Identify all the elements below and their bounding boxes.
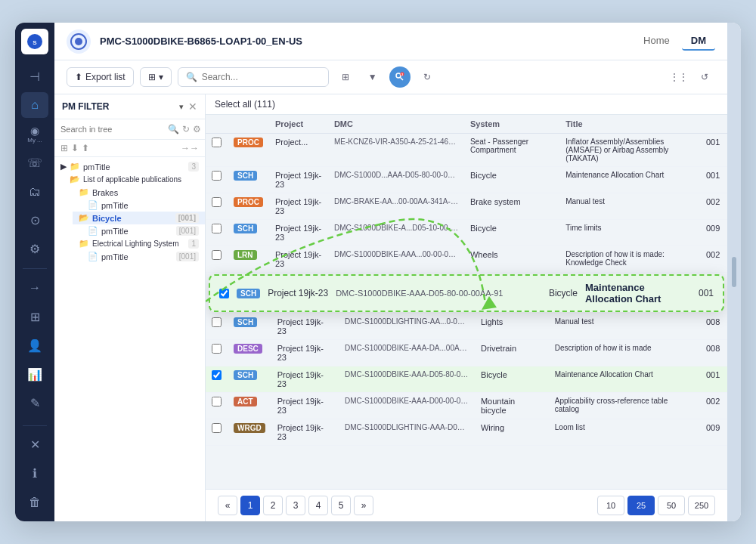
row-checkbox[interactable] <box>206 167 228 193</box>
filter-close-button[interactable]: ✕ <box>188 100 197 113</box>
row-title: Manual test <box>549 314 700 340</box>
page-1-button[interactable]: 1 <box>240 496 260 515</box>
filter-icon[interactable]: ▼ <box>362 66 383 88</box>
tab-home[interactable]: Home <box>634 32 679 51</box>
page-size-50[interactable]: 50 <box>658 496 685 515</box>
row-checkbox[interactable] <box>206 419 228 446</box>
tree-item-pmtitle-bicycle[interactable]: 📄 pmTitle [001] <box>82 224 205 237</box>
search-input[interactable] <box>202 72 321 82</box>
next-page-button[interactable]: » <box>354 496 373 515</box>
row-checkbox[interactable] <box>206 366 228 393</box>
tree-up-icon[interactable]: ⬆ <box>82 143 89 153</box>
chart-nav-icon[interactable]: 📊 <box>21 361 48 387</box>
page-5-button[interactable]: 5 <box>331 496 351 515</box>
prev-page-button[interactable]: « <box>218 496 237 515</box>
folder-nav-icon[interactable]: 🗂 <box>21 179 48 205</box>
settings-nav-icon[interactable]: ⚙ <box>21 236 48 262</box>
row-badge: SCH <box>228 314 271 340</box>
my-nav-icon[interactable]: ◉ My ... <box>21 121 48 147</box>
tree-collapse-icon[interactable]: ⊞ <box>60 143 68 153</box>
right-panel-handle[interactable] <box>732 257 736 287</box>
pin-nav-icon[interactable]: ⊣ <box>21 63 48 89</box>
col-code <box>700 115 727 134</box>
page-4-button[interactable]: 4 <box>308 496 328 515</box>
x-nav-icon[interactable]: ✕ <box>21 432 48 458</box>
page-size-10[interactable]: 10 <box>597 496 624 515</box>
tree-refresh-icon[interactable]: ↻ <box>182 124 190 134</box>
row-checkbox[interactable] <box>206 246 228 273</box>
row-checkbox[interactable] <box>206 340 228 366</box>
tree-item-brakes[interactable]: 📁 Brakes <box>73 186 205 199</box>
page-2-button[interactable]: 2 <box>263 496 283 515</box>
right-panel <box>727 23 741 521</box>
tree-expand-icon[interactable]: ⬇ <box>71 143 79 153</box>
tree-more-icon[interactable]: →→ <box>181 143 199 153</box>
row-checkbox[interactable] <box>206 134 228 167</box>
row-checkbox[interactable] <box>206 393 228 419</box>
tab-dm[interactable]: DM <box>682 32 715 51</box>
col-badge <box>228 115 269 134</box>
row-title: Time limits <box>559 220 700 246</box>
tree-search-icon[interactable]: 🔍 <box>168 124 179 134</box>
popup-title: Maintenance Allocation Chart <box>585 282 691 304</box>
row-system: Wiring <box>475 419 549 446</box>
col-title[interactable]: Title <box>559 115 700 134</box>
col-project[interactable]: Project <box>269 115 328 134</box>
row-checkbox[interactable] <box>206 220 228 246</box>
row-title: Applicability cross-reference table cata… <box>549 393 700 419</box>
action-button[interactable]: ⊞ ▾ <box>140 67 172 87</box>
row-project: Project 19jk-23 <box>271 314 339 340</box>
person-nav-icon[interactable]: 👤 <box>21 332 48 358</box>
tree-settings-icon[interactable]: ⚙ <box>193 124 201 134</box>
nav-divider-1 <box>23 268 47 269</box>
row-system: Seat - Passenger Compartment <box>464 134 559 167</box>
tree-body: ▶ 📁 pmTitle 3 📂 List of applicable publi… <box>54 157 205 521</box>
tree-item-electrical[interactable]: 📁 Electrical Lighting System 1 <box>73 237 205 250</box>
active-filter-icon[interactable]: 3 <box>389 66 411 88</box>
filter-header: PM FILTER ▾ ✕ <box>54 94 205 119</box>
grid-view-icon[interactable]: ⊞ <box>335 66 356 88</box>
search-box: 🔍 <box>178 67 329 87</box>
undo-icon[interactable]: ↺ <box>694 66 715 88</box>
row-dmc: DMC-S1000DBIKE-A...D05-10-00-AA-00 <box>328 220 464 246</box>
row-checkbox[interactable] <box>206 314 228 340</box>
row-code: 002 <box>700 246 727 273</box>
popup-checkbox[interactable] <box>219 289 229 298</box>
trash-nav-icon[interactable]: 🗑 <box>21 490 48 515</box>
tree-item-pmtitle-brakes[interactable]: 📄 pmTitle <box>82 199 205 212</box>
tree-item-bicycle[interactable]: 📂 Bicycle [001] <box>73 212 205 224</box>
page-size-250[interactable]: 250 <box>688 496 715 515</box>
folder-icon-4: 📂 <box>79 213 89 223</box>
table-container: Project DMC System Title PROC <box>206 115 727 489</box>
row-dmc: DMC-S1000DLIGHTING-AAA-D00-00-00-00... <box>339 419 475 446</box>
row-dmc: DMC-S1000D...AAA-D05-80-00-00AA-91 <box>328 167 464 193</box>
col-dmc[interactable]: DMC <box>328 115 464 134</box>
header: PMC-S1000DBIKE-B6865-LOAP1-00_EN-US Home… <box>54 23 727 60</box>
row-title: Inflator Assembly/Assemblies (AMSAFE) or… <box>559 134 700 167</box>
pencil-nav-icon[interactable]: ✎ <box>21 390 48 416</box>
tree-search-icons: 🔍 ↻ ⚙ <box>168 124 201 134</box>
page-icon-7: 📄 <box>88 252 98 261</box>
toolbar-right: ⋮⋮ ↺ <box>668 66 715 88</box>
export-list-button[interactable]: ⬆ Export list <box>67 67 134 87</box>
grid-nav-icon[interactable]: ⊞ <box>21 304 48 329</box>
tree-item-pmtitle-electrical[interactable]: 📄 pmTitle [001] <box>82 250 205 263</box>
tree-item-pmtitle[interactable]: ▶ 📁 pmTitle 3 <box>54 160 205 173</box>
columns-icon[interactable]: ⋮⋮ <box>668 66 689 88</box>
page-3-button[interactable]: 3 <box>286 496 305 515</box>
row-checkbox[interactable] <box>206 193 228 220</box>
info-nav-icon[interactable]: ℹ <box>21 461 48 487</box>
table-row: LRN Project 19jk-23 DMC-S1000DBIKE-AAA..… <box>206 246 727 273</box>
globe-nav-icon[interactable]: ⊙ <box>21 208 48 233</box>
filter-toggle[interactable]: ▾ <box>179 102 184 112</box>
toolbar: ⬆ Export list ⊞ ▾ 🔍 ⊞ ▼ 3 <box>54 60 727 94</box>
table-row: SCH Project 19jk-23 DMC-S1000DBIKE-AAA-D… <box>206 366 727 393</box>
contacts-nav-icon[interactable]: ☏ <box>21 150 48 176</box>
tree-item-list-applicable[interactable]: 📂 List of applicable publications <box>64 173 205 186</box>
col-system[interactable]: System <box>464 115 559 134</box>
arrow-nav-icon[interactable]: → <box>21 275 48 301</box>
refresh-icon[interactable]: ↻ <box>417 66 438 88</box>
tree-search-input[interactable] <box>60 125 165 134</box>
page-size-25[interactable]: 25 <box>627 496 655 515</box>
home-nav-icon[interactable]: ⌂ <box>21 92 48 118</box>
